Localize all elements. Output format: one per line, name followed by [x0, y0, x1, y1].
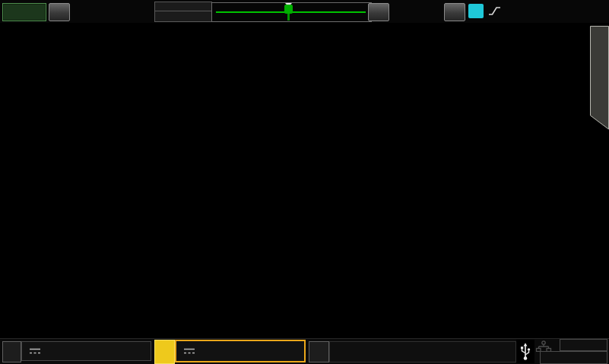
oscilloscope-screen: [0, 0, 609, 364]
rising-edge-icon: [488, 5, 502, 17]
lan-icon: [535, 340, 552, 352]
usb-status-box: [516, 340, 534, 363]
lan-status-box: [535, 340, 552, 352]
clock-date: [540, 351, 607, 364]
math-badge[interactable]: [309, 341, 329, 362]
timebase-readout: [81, 3, 88, 20]
preview-trigger-pin-stem: [287, 14, 290, 21]
top-status-bar: [0, 0, 609, 23]
delay-menu-button[interactable]: [368, 3, 389, 21]
usb-icon: [519, 342, 532, 362]
waveform-plot: [0, 0, 609, 364]
bottom-status-bar: [0, 338, 609, 364]
clock-time: [560, 339, 607, 351]
ch1-badge[interactable]: [2, 341, 21, 362]
ch2-settings-box[interactable]: [175, 340, 306, 362]
horizontal-delay-readout: [390, 3, 439, 20]
preview-trigger-pin[interactable]: [284, 5, 293, 14]
ch1-settings-box[interactable]: [21, 341, 151, 361]
dc-coupling-icon: [183, 347, 195, 355]
ch2-badge[interactable]: [154, 340, 175, 364]
math-status-box[interactable]: [329, 341, 516, 362]
trigger-menu-button[interactable]: [444, 3, 465, 21]
dc-coupling-icon: [29, 347, 41, 355]
horizontal-menu-button[interactable]: [49, 3, 70, 21]
sample-rate-readout: [154, 11, 212, 22]
trigger-source-badge: [468, 4, 484, 18]
trigger-status-badge: [2, 3, 46, 21]
waveform-preview-bar[interactable]: [211, 2, 372, 22]
decodebus-tab[interactable]: [590, 26, 609, 132]
